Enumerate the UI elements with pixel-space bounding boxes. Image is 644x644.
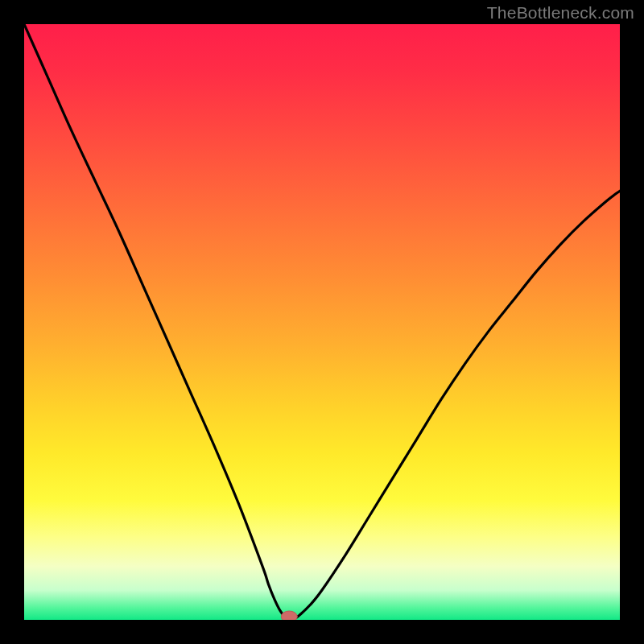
- chart-frame: TheBottleneck.com: [0, 0, 644, 644]
- curve-layer: [24, 24, 620, 620]
- bottleneck-marker: [281, 611, 297, 620]
- watermark-text: TheBottleneck.com: [487, 3, 634, 23]
- curve-right-branch: [292, 191, 620, 620]
- plot-area: [24, 24, 620, 620]
- curve-left-branch: [24, 24, 292, 620]
